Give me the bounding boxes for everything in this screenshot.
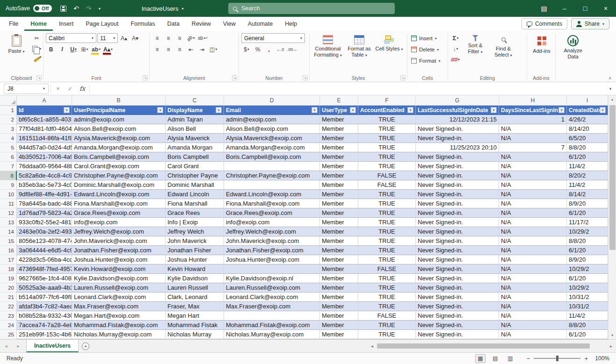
row-header-16[interactable]: 16 (0, 246, 17, 255)
cell-B8[interactable]: Christopher.Payne@exoip.com (72, 171, 166, 180)
cell-C24[interactable]: Mohammad Fistak (166, 321, 224, 330)
cell-B17[interactable]: Joshua.Hunter@exoip.com (72, 255, 166, 264)
search-input[interactable] (241, 5, 390, 12)
paste-button[interactable]: Paste ▾ (2, 33, 30, 55)
row-header-15[interactable]: 15 (0, 236, 17, 246)
cell-I20[interactable]: 10/29/2 (567, 283, 608, 293)
cell-B20[interactable]: Lauren.Russell@exoip.com (72, 283, 166, 293)
sort-filter-button[interactable]: Sort & Filter ▾ (462, 33, 489, 55)
cell-E19[interactable]: Member (320, 274, 358, 283)
cell-A15[interactable]: 8056e123-4078-474f- (17, 236, 72, 246)
bold-button[interactable]: B (46, 44, 56, 54)
cell-I12[interactable]: 6/1/20 (567, 208, 608, 218)
format-cells-button[interactable]: Format▾ (410, 56, 445, 66)
cell-H9[interactable]: N/A (499, 180, 567, 190)
cell-A8[interactable]: 5c82a6de-4cc8-4c9e- (17, 171, 72, 180)
cell-A16[interactable]: 3a064444-e6d5-4c97 (17, 246, 72, 255)
cell-I5[interactable]: 8/8/20 (567, 143, 608, 152)
cell-I14[interactable]: 10/29/2 (567, 227, 608, 236)
cell-I7[interactable]: 11/4/2 (567, 162, 608, 171)
cell-F20[interactable]: TRUE (358, 283, 416, 293)
cell-H25[interactable]: N/A (499, 330, 567, 339)
cell-A22[interactable]: afdaf3b4-7c82-4aea- (17, 302, 72, 311)
row-header-1[interactable]: 1 (0, 106, 17, 115)
cell-C7[interactable]: Carol Grant (166, 162, 224, 171)
cell-F14[interactable]: TRUE (358, 227, 416, 236)
close-button[interactable]: × (595, 0, 616, 17)
new-sheet-button[interactable]: + (79, 340, 93, 352)
cell-D21[interactable]: Leonard.Clark@exoip.com (224, 293, 320, 302)
cut-button[interactable]: ✂ (31, 33, 42, 43)
cell-E22[interactable]: Member (320, 302, 358, 311)
cell-D3[interactable]: Alison.Bell@exoip.com (224, 124, 320, 134)
clipboard-dialog-launcher[interactable]: ↘ (36, 75, 42, 80)
row-header-11[interactable]: 11 (0, 199, 17, 208)
tab-view[interactable]: View (217, 17, 242, 31)
cell-I10[interactable]: 8/14/2 (567, 190, 608, 199)
normal-view-button[interactable]: ▦ (475, 354, 486, 363)
cell-D5[interactable]: Amanda.Morgan@exoip.com (224, 143, 320, 152)
cell-I22[interactable]: 10/31/2 (567, 302, 608, 311)
cell-C25[interactable]: Nicholas Murray (166, 330, 224, 339)
cell-B10[interactable]: Edward.Lincoln@exoip.com (72, 190, 166, 199)
format-as-table-button[interactable]: Format as Table ▾ (345, 33, 374, 58)
scroll-up-arrow[interactable]: ▴ (609, 95, 616, 103)
tab-home[interactable]: Home (24, 17, 53, 31)
cell-H24[interactable]: N/A (499, 321, 567, 330)
cell-B1[interactable]: UserPrincipalName▾ (72, 106, 166, 115)
tab-insert[interactable]: Insert (53, 17, 80, 31)
page-layout-view-button[interactable]: ▤ (490, 354, 500, 363)
zoom-in-button[interactable]: + (584, 355, 588, 362)
row-header-10[interactable]: 10 (0, 190, 17, 199)
cell-G19[interactable]: Never Signed-in. (416, 274, 499, 283)
cell-E21[interactable]: Member (320, 293, 358, 302)
cell-F11[interactable]: TRUE (358, 199, 416, 208)
name-box[interactable]: J8▾ (4, 84, 49, 94)
styles-dialog-launcher[interactable]: ↘ (400, 75, 406, 80)
minimize-button[interactable]: – (554, 0, 575, 17)
cell-D9[interactable] (224, 180, 320, 190)
cell-H6[interactable]: N/A (499, 152, 567, 162)
cell-I9[interactable]: 11/4/2 (567, 180, 608, 190)
cell-I1[interactable]: CreatedDate▾ (567, 106, 608, 115)
cell-G11[interactable]: Never Signed-in. (416, 199, 499, 208)
cell-F25[interactable]: TRUE (358, 330, 416, 339)
increase-indent-button[interactable]: ⇥ (197, 44, 207, 54)
cell-D20[interactable]: Lauren.Russell@exoip.com (224, 283, 320, 293)
cell-G17[interactable]: Never Signed-in. (416, 255, 499, 264)
zoom-out-button[interactable]: − (527, 355, 530, 362)
column-header-H[interactable]: H (499, 95, 567, 106)
cell-E4[interactable]: Member (320, 134, 358, 143)
row-header-13[interactable]: 13 (0, 218, 17, 227)
cell-C19[interactable]: Kylie Davidson (166, 274, 224, 283)
cell-D2[interactable]: admin@exoip.com (224, 115, 320, 124)
page-break-view-button[interactable]: ▥ (505, 354, 515, 363)
cell-B22[interactable]: Max.Fraser@exoip.com (72, 302, 166, 311)
cell-B3[interactable]: Alison.Bell@exoip.com (72, 124, 166, 134)
cell-G18[interactable]: Never Signed-in. (416, 264, 499, 274)
cell-I6[interactable]: 6/1/20 (567, 152, 608, 162)
cell-H11[interactable]: N/A (499, 199, 567, 208)
cell-E23[interactable]: Member (320, 311, 358, 321)
cell-E3[interactable]: Member (320, 124, 358, 134)
cell-D6[interactable]: Boris.Campbell@exoip.com (224, 152, 320, 162)
cell-H12[interactable]: N/A (499, 208, 567, 218)
cell-A23[interactable]: b08b528a-9332-4309 (17, 311, 72, 321)
scroll-right-arrow[interactable]: ▸ (607, 344, 615, 349)
cell-A9[interactable]: b35eb3ac-5e73-4c01 (17, 180, 72, 190)
align-left-button[interactable]: ≡ (152, 44, 162, 54)
number-format-combo[interactable]: General▾ (241, 33, 305, 43)
cell-I21[interactable]: 10/31/2 (567, 293, 608, 302)
cell-A20[interactable]: 50525a3e-aaa9-4b3d (17, 283, 72, 293)
cell-G8[interactable]: Never Signed-in. (416, 171, 499, 180)
cell-E16[interactable]: Member (320, 246, 358, 255)
font-color-button[interactable]: A▴▾ (102, 44, 114, 54)
cell-C16[interactable]: Jonathan Fisher (166, 246, 224, 255)
cell-C18[interactable]: Kevin Howard (166, 264, 224, 274)
cell-A17[interactable]: 4228d3c5-06ba-4cd0 (17, 255, 72, 264)
cell-D17[interactable]: Joshua.Hunter@exoip.com (224, 255, 320, 264)
cell-C17[interactable]: Joshua Hunter (166, 255, 224, 264)
format-painter-button[interactable] (31, 55, 42, 64)
cell-E13[interactable]: Member (320, 218, 358, 227)
cell-I8[interactable]: 8/20/2 (567, 171, 608, 180)
